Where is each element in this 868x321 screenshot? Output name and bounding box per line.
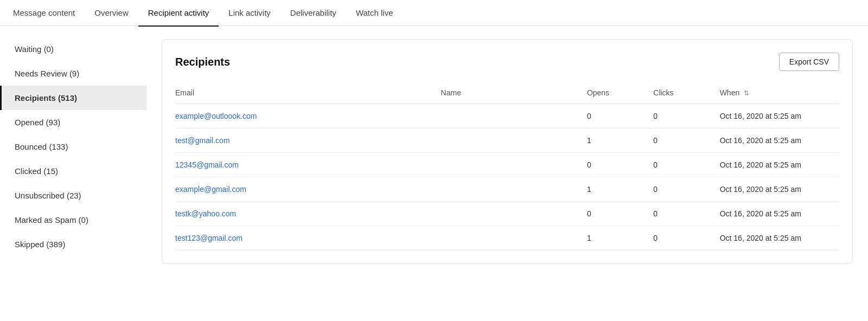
top-nav: Message contentOverviewRecipient activit… — [0, 0, 868, 26]
table-header: Email Name Opens Clicks When ⇅ — [175, 84, 839, 104]
main-content: Recipients Export CSV Email Name Opens C… — [146, 26, 868, 321]
email-link[interactable]: test@gmail.com — [175, 136, 230, 145]
cell-when: Oct 16, 2020 at 5:25 am — [720, 202, 839, 226]
tab-message-content[interactable]: Message content — [11, 1, 85, 27]
cell-when: Oct 16, 2020 at 5:25 am — [720, 153, 839, 177]
cell-email: 12345@gmail.com — [175, 153, 441, 177]
table-row: test@gmail.com10Oct 16, 2020 at 5:25 am — [175, 129, 839, 153]
col-header-name: Name — [441, 84, 587, 104]
cell-name — [441, 104, 587, 129]
email-link[interactable]: example@outloook.com — [175, 112, 257, 120]
cell-opens: 1 — [587, 177, 653, 202]
table-row: 12345@gmail.com00Oct 16, 2020 at 5:25 am — [175, 153, 839, 177]
cell-opens: 0 — [587, 104, 653, 129]
cell-name — [441, 226, 587, 251]
email-link[interactable]: example@gmail.com — [175, 185, 246, 194]
export-csv-button[interactable]: Export CSV — [779, 53, 839, 71]
table-row: test123@gmail.com10Oct 16, 2020 at 5:25 … — [175, 226, 839, 251]
cell-when: Oct 16, 2020 at 5:25 am — [720, 177, 839, 202]
cell-clicks: 0 — [653, 104, 719, 129]
cell-email: example@gmail.com — [175, 177, 441, 202]
recipients-table: Email Name Opens Clicks When ⇅ example@o… — [175, 84, 839, 251]
sidebar-item-skipped[interactable]: Skipped (389) — [0, 232, 146, 256]
cell-email: test123@gmail.com — [175, 226, 441, 251]
sidebar: Waiting (0)Needs Review (9)Recipients (5… — [0, 26, 146, 321]
table-header-row: Email Name Opens Clicks When ⇅ — [175, 84, 839, 104]
table-row: testk@yahoo.com00Oct 16, 2020 at 5:25 am — [175, 202, 839, 226]
col-header-clicks: Clicks — [653, 84, 719, 104]
cell-clicks: 0 — [653, 226, 719, 251]
col-header-opens: Opens — [587, 84, 653, 104]
when-label: When — [720, 88, 740, 97]
cell-clicks: 0 — [653, 177, 719, 202]
cell-name — [441, 129, 587, 153]
table-body: example@outloook.com00Oct 16, 2020 at 5:… — [175, 104, 839, 251]
cell-when: Oct 16, 2020 at 5:25 am — [720, 129, 839, 153]
tab-overview[interactable]: Overview — [85, 1, 138, 27]
table-row: example@outloook.com00Oct 16, 2020 at 5:… — [175, 104, 839, 129]
cell-opens: 0 — [587, 153, 653, 177]
main-layout: Waiting (0)Needs Review (9)Recipients (5… — [0, 26, 868, 321]
cell-when: Oct 16, 2020 at 5:25 am — [720, 104, 839, 129]
cell-when: Oct 16, 2020 at 5:25 am — [720, 226, 839, 251]
cell-opens: 1 — [587, 129, 653, 153]
sidebar-item-unsubscribed[interactable]: Unsubscribed (23) — [0, 183, 146, 208]
cell-clicks: 0 — [653, 202, 719, 226]
sidebar-item-opened[interactable]: Opened (93) — [0, 110, 146, 134]
cell-opens: 0 — [587, 202, 653, 226]
email-link[interactable]: test123@gmail.com — [175, 234, 242, 242]
sidebar-item-waiting[interactable]: Waiting (0) — [0, 37, 146, 61]
card-header: Recipients Export CSV — [175, 53, 839, 71]
col-header-when[interactable]: When ⇅ — [720, 84, 839, 104]
cell-name — [441, 153, 587, 177]
cell-email: example@outloook.com — [175, 104, 441, 129]
cell-email: testk@yahoo.com — [175, 202, 441, 226]
tab-watch-live[interactable]: Watch live — [346, 1, 403, 27]
sidebar-item-marked-spam[interactable]: Marked as Spam (0) — [0, 208, 146, 232]
cell-name — [441, 177, 587, 202]
sort-icon: ⇅ — [744, 89, 749, 97]
tab-recipient-activity[interactable]: Recipient activity — [138, 1, 219, 27]
cell-opens: 1 — [587, 226, 653, 251]
sidebar-item-needs-review[interactable]: Needs Review (9) — [0, 61, 146, 86]
email-link[interactable]: testk@yahoo.com — [175, 209, 236, 218]
recipients-card: Recipients Export CSV Email Name Opens C… — [162, 39, 853, 264]
cell-clicks: 0 — [653, 153, 719, 177]
tab-deliverability[interactable]: Deliverability — [280, 1, 346, 27]
cell-clicks: 0 — [653, 129, 719, 153]
email-link[interactable]: 12345@gmail.com — [175, 160, 239, 169]
sidebar-item-bounced[interactable]: Bounced (133) — [0, 134, 146, 159]
tab-link-activity[interactable]: Link activity — [219, 1, 280, 27]
card-title: Recipients — [175, 56, 230, 68]
col-header-email: Email — [175, 84, 441, 104]
sidebar-item-clicked[interactable]: Clicked (15) — [0, 159, 146, 183]
cell-name — [441, 202, 587, 226]
cell-email: test@gmail.com — [175, 129, 441, 153]
sidebar-item-recipients[interactable]: Recipients (513) — [0, 86, 146, 110]
table-row: example@gmail.com10Oct 16, 2020 at 5:25 … — [175, 177, 839, 202]
